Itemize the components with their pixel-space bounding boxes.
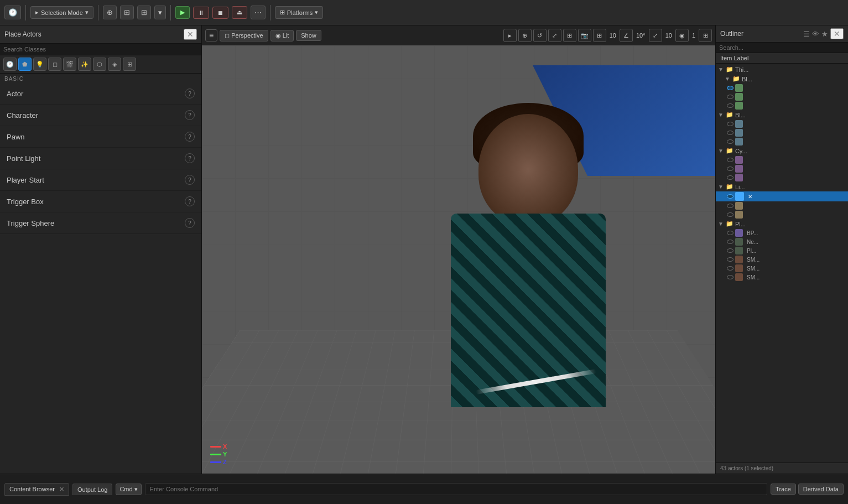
all-classes-tab[interactable]: ⊞ (123, 58, 136, 71)
scale-button-vp[interactable]: ⤢ (548, 29, 561, 42)
grid-view-button[interactable]: ⊞ (593, 29, 606, 42)
outliner-item-3[interactable] (716, 101, 848, 110)
outliner-folder-cy[interactable]: ▼ 📁 Cy... (716, 146, 848, 155)
outliner-item-10[interactable] (716, 201, 848, 210)
item-eye-4[interactable] (727, 122, 733, 126)
shapes-tab[interactable]: ◻ (48, 58, 61, 71)
translate-button[interactable]: ⊕ (518, 29, 532, 42)
scale-snap-button[interactable]: ⤢ (649, 29, 662, 42)
outliner-eye-icon[interactable]: 👁 (812, 30, 819, 38)
layout-button[interactable]: ⊞ (699, 29, 712, 42)
outliner-item-ne[interactable]: Ne... (716, 237, 848, 246)
item-eye-10[interactable] (727, 204, 733, 208)
rotate-button[interactable]: ↺ (533, 29, 547, 42)
item-eye-selected[interactable] (727, 194, 733, 199)
player-start-help-button[interactable]: ? (185, 175, 195, 185)
pawn-help-button[interactable]: ? (185, 132, 195, 142)
outliner-item-sm2[interactable]: SM... (716, 264, 848, 273)
item-eye-ne[interactable] (727, 240, 733, 244)
stop-button[interactable]: ⏹ (212, 7, 228, 19)
outliner-folder-bl1[interactable]: ▼ 📁 Bl... (716, 74, 848, 84)
outliner-item-11[interactable] (716, 210, 848, 219)
recent-button[interactable]: 🕐 (4, 6, 21, 19)
viewport-menu-button[interactable]: ≡ (205, 29, 217, 41)
derived-data-button[interactable]: Derived Data (798, 484, 844, 495)
outliner-search-input[interactable] (716, 43, 848, 53)
item-eye-8[interactable] (727, 167, 733, 171)
point-light-help-button[interactable]: ? (185, 153, 195, 163)
select-mode-button[interactable]: ▸ (503, 29, 517, 42)
output-log-tab[interactable]: Output Log (72, 484, 112, 495)
outliner-folder-pl[interactable]: ▼ 📁 Pl... (716, 219, 848, 228)
cinematics-tab[interactable]: 🎬 (63, 58, 76, 71)
outliner-item-6[interactable] (716, 137, 848, 146)
actor-item-trigger-box[interactable]: Trigger Box ? (0, 191, 201, 212)
launch-options-button[interactable]: ⋯ (251, 6, 266, 19)
lights-tab[interactable]: 💡 (33, 58, 46, 71)
item-eye-bp[interactable] (727, 231, 733, 235)
console-command-input[interactable] (145, 483, 767, 495)
pause-button[interactable]: ⏸ (193, 7, 209, 19)
outliner-item-4[interactable] (716, 119, 848, 128)
item-eye-sm2[interactable] (727, 266, 733, 271)
actor-item-pawn[interactable]: Pawn ? (0, 126, 201, 148)
geometry-tab[interactable]: ⬡ (93, 58, 106, 71)
outliner-item-bp[interactable]: BP... (716, 228, 848, 237)
item-eye-pl2[interactable] (727, 248, 733, 253)
item-eye-7[interactable] (727, 158, 733, 162)
item-eye-9[interactable] (727, 175, 733, 180)
main-viewport[interactable]: ≡ ◻ Perspective ◉ Lit Show ▸ ⊕ ↺ ⤢ ⊞ 📷 ⊞… (202, 25, 715, 474)
perspective-button[interactable]: ◻ Perspective (220, 30, 268, 41)
outliner-item-2[interactable] (716, 92, 848, 101)
platforms-button[interactable]: ⊞ Platforms ▾ (275, 6, 323, 19)
outliner-item-7[interactable] (716, 155, 848, 164)
item-eye-sm3[interactable] (727, 275, 733, 279)
more-button[interactable]: ▾ (154, 6, 166, 19)
volumes-tab[interactable]: ◈ (108, 58, 121, 71)
item-eye-6[interactable] (727, 139, 733, 144)
outliner-item-5[interactable] (716, 128, 848, 137)
recently-placed-tab[interactable]: 🕐 (3, 58, 17, 71)
filter-icon[interactable]: ☰ (803, 30, 810, 38)
trigger-box-help-button[interactable]: ? (185, 196, 195, 206)
actor-help-button[interactable]: ? (185, 89, 195, 98)
outliner-item-8[interactable] (716, 164, 848, 173)
outliner-close-button[interactable]: ✕ (830, 28, 844, 39)
outliner-folder-li[interactable]: ▼ 📁 Li... (716, 182, 848, 191)
outliner-item-1[interactable] (716, 84, 848, 92)
angle-snap-button[interactable]: ∠ (620, 29, 633, 42)
show-button[interactable]: Show (296, 30, 321, 41)
outliner-folder-bl2[interactable]: ▼ 📁 Bl... (716, 110, 848, 119)
content-browser-close[interactable]: ✕ (59, 486, 64, 493)
actor-item-character[interactable]: Character ? (0, 105, 201, 126)
max-button[interactable]: ⊞ (563, 29, 576, 42)
outliner-item-sm1[interactable]: SM... (716, 255, 848, 264)
actor-item-trigger-sphere[interactable]: Trigger Sphere ? (0, 212, 201, 234)
eject-button[interactable]: ⏏ (232, 6, 247, 19)
outliner-item-selected[interactable]: ✕ (716, 191, 848, 201)
grid-snap-button[interactable]: ⊞ (137, 6, 151, 19)
outliner-item-sm3[interactable]: SM... (716, 273, 848, 282)
item-eye-11[interactable] (727, 212, 733, 217)
camera-view-button[interactable]: 📷 (578, 29, 591, 42)
lit-button[interactable]: ◉ Lit (270, 30, 294, 41)
outliner-item-9[interactable] (716, 173, 848, 182)
content-browser-tab[interactable]: Content Browser ✕ (4, 483, 69, 496)
actor-item-point-light[interactable]: Point Light ? (0, 148, 201, 169)
place-actors-close-button[interactable]: ✕ (184, 29, 197, 40)
selection-mode-button[interactable]: ▸ Selection Mode ▾ (30, 6, 93, 19)
cmd-dropdown[interactable]: Cmd ▾ (116, 484, 141, 495)
outliner-star-icon[interactable]: ★ (821, 30, 828, 38)
outliner-folder-thi[interactable]: ▼ 📁 Thi... (716, 65, 848, 74)
trace-button[interactable]: Trace (771, 484, 796, 495)
outliner-item-pl2[interactable]: Pl... (716, 246, 848, 255)
play-button[interactable]: ▶ (175, 6, 190, 19)
item-eye-sm1[interactable] (727, 257, 733, 262)
item-eye-5[interactable] (727, 131, 733, 135)
basic-tab[interactable]: ⬟ (18, 58, 32, 71)
item-eye-1[interactable] (727, 86, 733, 90)
item-eye-3[interactable] (727, 103, 733, 108)
camera-speed-button[interactable]: ◉ (675, 29, 689, 42)
transform-button[interactable]: ⊞ (120, 6, 134, 19)
visual-effects-tab[interactable]: ✨ (78, 58, 91, 71)
